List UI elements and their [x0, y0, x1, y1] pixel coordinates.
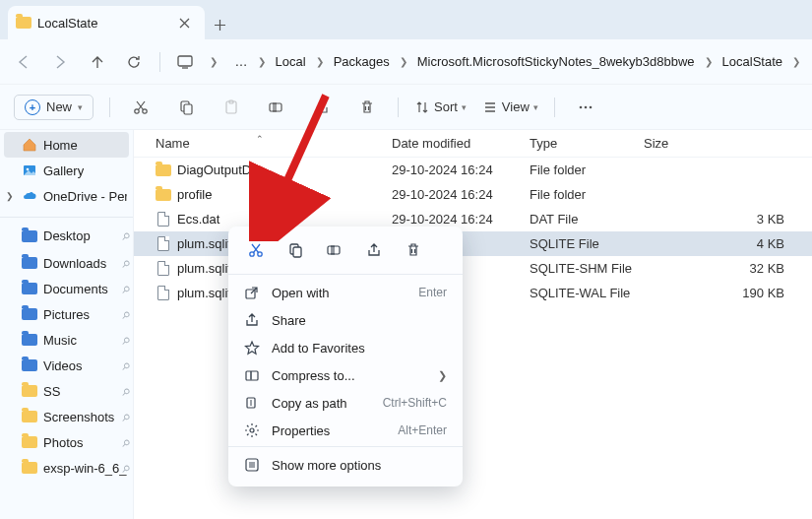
view-icon: [482, 99, 498, 115]
sidebar-item-ss[interactable]: .folder-ic[style*='#f7c95b']::before{bac…: [0, 378, 133, 404]
folder-icon: .folder-ic[style*='#3f7fd6']::before{bac…: [22, 332, 37, 348]
sidebar-item-pictures[interactable]: .folder-ic[style*='#3f7fd6']::before{bac…: [0, 301, 133, 327]
svg-point-9: [585, 105, 588, 108]
sidebar-item-screenshots[interactable]: .folder-ic[style*='#f7c95b']::before{bac…: [0, 404, 133, 429]
file-size: 190 KB: [644, 286, 812, 300]
new-tab-button[interactable]: [205, 10, 234, 39]
breadcrumb-item[interactable]: Local: [272, 52, 310, 71]
sidebar-item-label: Desktop: [43, 228, 91, 243]
sidebar-item-photos[interactable]: .folder-ic[style*='#f7c95b']::before{bac…: [0, 429, 133, 455]
sidebar-item-label: exsp-win-6_6_0-: [43, 461, 127, 476]
ctx-share-icon[interactable]: [360, 236, 388, 264]
paste-icon[interactable]: [217, 93, 246, 122]
chevron-down-icon: ▾: [78, 102, 83, 112]
ctx-properties[interactable]: PropertiesAlt+Enter: [228, 417, 463, 444]
sidebar-item-music[interactable]: .folder-ic[style*='#3f7fd6']::before{bac…: [0, 327, 133, 353]
sidebar-item-downloads[interactable]: .folder-ic[style*='#3f7fd6']::before{bac…: [0, 250, 133, 276]
breadcrumb-item[interactable]: Packages: [330, 52, 394, 71]
ctx-compressto[interactable]: Compress to...❯: [228, 361, 463, 389]
sidebar: HomeGallery❯OneDrive - Perso.folder-ic[s…: [0, 130, 134, 519]
sidebar-item-label: Documents: [43, 282, 108, 296]
share-icon: [244, 312, 260, 328]
more-icon[interactable]: [571, 93, 600, 122]
file-icon: [156, 236, 171, 252]
ctx-addtofavorites[interactable]: Add to Favorites: [228, 334, 463, 361]
openwith-icon: [244, 285, 260, 300]
breadcrumb-item[interactable]: LocalState: [718, 52, 786, 71]
svg-point-21: [250, 428, 254, 432]
file-type: File folder: [530, 187, 644, 202]
view-button[interactable]: View▾: [482, 99, 538, 115]
sort-button[interactable]: Sort▾: [414, 99, 467, 115]
sidebar-item-videos[interactable]: .folder-ic[style*='#3f7fd6']::before{bac…: [0, 353, 133, 378]
ctx-item-label: Share: [272, 313, 306, 328]
ctx-show-more[interactable]: Show more options: [228, 451, 463, 479]
folder-icon: [156, 162, 171, 178]
compress-icon: [244, 367, 260, 383]
pin-icon: ⚲: [119, 308, 132, 321]
breadcrumb: … ❯ Local ❯ Packages ❯ Microsoft.Microso…: [231, 52, 800, 71]
file-row[interactable]: profile29-10-2024 16:24File folder: [134, 182, 812, 207]
separator: [398, 97, 399, 117]
close-tab-icon[interactable]: [173, 12, 195, 33]
onedrive-icon: [22, 188, 37, 204]
ctx-copyaspath[interactable]: Copy as pathCtrl+Shift+C: [228, 389, 463, 417]
file-date: 29-10-2024 16:24: [392, 212, 530, 227]
ctx-openwith[interactable]: Open withEnter: [228, 279, 463, 306]
breadcrumb-item[interactable]: Microsoft.MicrosoftStickyNotes_8wekyb3d8…: [413, 52, 699, 71]
sidebar-item-home[interactable]: Home: [4, 132, 129, 158]
sidebar-item-desktop[interactable]: .folder-ic[style*='#3f7fd6']::before{bac…: [0, 217, 133, 250]
file-size: 4 KB: [644, 236, 812, 251]
chevron-right-icon[interactable]: ❯: [210, 56, 218, 67]
pin-icon: ⚲: [119, 283, 132, 295]
refresh-button[interactable]: [122, 48, 145, 76]
ctx-hint: Enter: [418, 286, 447, 299]
new-button[interactable]: + New ▾: [14, 95, 94, 120]
file-icon: [156, 261, 171, 277]
cut-icon[interactable]: [126, 93, 156, 122]
forward-button[interactable]: [48, 48, 71, 76]
annotation-arrow: [249, 94, 338, 241]
separator: [554, 97, 555, 117]
sidebar-item-label: Music: [43, 333, 77, 348]
folder-icon: .folder-ic[style*='#f7c95b']::before{bac…: [22, 383, 37, 399]
copy-icon[interactable]: [171, 93, 201, 122]
sidebar-item-documents[interactable]: .folder-ic[style*='#3f7fd6']::before{bac…: [0, 276, 133, 301]
sidebar-item-label: Photos: [43, 435, 83, 450]
copypath-icon: [244, 395, 260, 411]
up-button[interactable]: [86, 48, 108, 76]
ctx-hint: Ctrl+Shift+C: [383, 396, 447, 410]
folder-icon: .folder-ic[style*='#f7c95b']::before{bac…: [22, 460, 37, 476]
pin-icon: ⚲: [119, 359, 132, 372]
nav-bar: ❯ … ❯ Local ❯ Packages ❯ Microsoft.Micro…: [0, 39, 812, 85]
sidebar-item-onedriveperso[interactable]: ❯OneDrive - Perso: [0, 183, 133, 209]
column-date[interactable]: Date modified: [392, 136, 530, 151]
column-size[interactable]: Size: [644, 136, 812, 151]
pin-icon: ⚲: [119, 411, 132, 423]
ctx-share[interactable]: Share: [228, 306, 463, 334]
ctx-delete-icon[interactable]: [400, 236, 427, 264]
ctx-item-label: Add to Favorites: [272, 341, 365, 356]
sidebar-item-label: Videos: [43, 358, 83, 373]
folder-icon: .folder-ic[style*='#3f7fd6']::before{bac…: [22, 255, 37, 271]
svg-rect-0: [178, 56, 192, 66]
ctx-item-label: Copy as path: [272, 396, 347, 411]
this-pc-icon[interactable]: [174, 49, 196, 75]
folder-icon: .folder-ic[style*='#3f7fd6']::before{bac…: [22, 306, 37, 322]
svg-rect-4: [184, 104, 192, 114]
browser-tab[interactable]: LocalState: [8, 6, 205, 39]
svg-point-8: [580, 105, 583, 108]
file-size: 32 KB: [644, 261, 812, 276]
chevron-right-icon[interactable]: ❯: [6, 191, 14, 201]
back-button[interactable]: [12, 48, 34, 76]
context-menu: Open withEnterShareAdd to FavoritesCompr…: [228, 227, 463, 487]
column-type[interactable]: Type: [530, 136, 644, 151]
file-row[interactable]: DiagOutputDir29-10-2024 16:24File folder: [134, 158, 812, 182]
sidebar-item-exspwin[interactable]: .folder-ic[style*='#f7c95b']::before{bac…: [0, 455, 133, 481]
sidebar-item-gallery[interactable]: Gallery: [0, 158, 133, 183]
pin-icon: ⚲: [119, 334, 132, 347]
file-type: SQLITE-WAL File: [530, 286, 644, 300]
delete-icon[interactable]: [352, 93, 382, 122]
breadcrumb-ellipsis[interactable]: …: [231, 52, 252, 71]
sidebar-item-label: Pictures: [43, 307, 90, 322]
